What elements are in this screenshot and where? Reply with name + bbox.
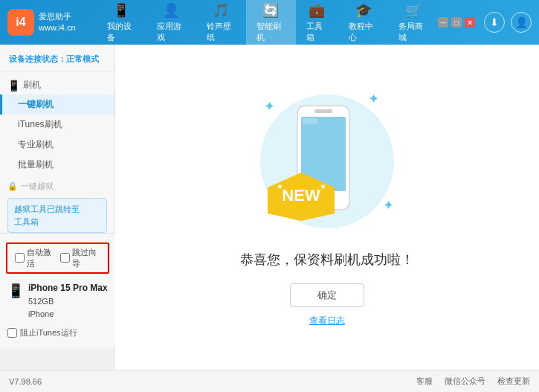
content-area: ✦ ✦ ✦ NEW ★ ★ 恭喜您，保资料刷机成功啦！ 确定 <box>115 45 539 370</box>
header-right: ─ □ ✕ ⬇ 👤 <box>438 12 532 33</box>
lock-icon: 🔒 <box>7 181 18 191</box>
app-logo: i4 <box>7 9 34 36</box>
svg-text:★: ★ <box>320 182 326 190</box>
device-icon: 📱 <box>113 2 129 19</box>
device-info: 📱 iPhone 15 Pro Max 512GB iPhone <box>0 277 115 324</box>
ringtone-icon: 🎵 <box>213 2 229 19</box>
flash-section-icon: 📱 <box>7 80 20 91</box>
main-container: 设备连接状态：正常模式 📱 刷机 一键刷机 iTunes刷机 专业刷机 批量刷机 <box>0 45 539 370</box>
sidebar-item-itunes-flash[interactable]: iTunes刷机 <box>0 115 114 135</box>
download-button[interactable]: ⬇ <box>484 12 505 33</box>
sidebar-item-pro-flash[interactable]: 专业刷机 <box>0 135 114 155</box>
win-controls: ─ □ ✕ <box>438 17 475 28</box>
logo-text: 爱思助手 www.i4.cn <box>39 11 76 34</box>
account-button[interactable]: 👤 <box>511 12 532 33</box>
view-log-link[interactable]: 查看日志 <box>309 315 345 327</box>
nav-smart-flash[interactable]: 🔄 智能刷机 <box>246 0 296 48</box>
success-message: 恭喜您，保资料刷机成功啦！ <box>240 251 414 269</box>
device-name: iPhone 15 Pro Max <box>28 281 108 295</box>
stop-itunes-input[interactable] <box>7 328 17 338</box>
minimize-button[interactable]: ─ <box>438 17 448 28</box>
apps-icon: 👤 <box>163 2 179 19</box>
confirm-button[interactable]: 确定 <box>290 283 364 307</box>
auto-activate-checkbox[interactable]: 自动激活 <box>15 247 56 269</box>
sparkle-icon-2: ✦ <box>368 91 379 107</box>
nav-ringtones[interactable]: 🎵 铃声壁纸 <box>196 0 246 48</box>
sparkle-icon-3: ✦ <box>383 197 394 213</box>
phone-illustration: ✦ ✦ ✦ NEW ★ ★ <box>253 87 401 236</box>
svg-text:★: ★ <box>277 182 283 190</box>
new-badge: NEW ★ ★ <box>268 173 335 221</box>
footer-wechat[interactable]: 微信公众号 <box>445 376 485 387</box>
jailbreak-disabled: 🔒 一键越狱 <box>0 178 114 195</box>
footer-check-update[interactable]: 检查更新 <box>497 376 530 387</box>
skip-guide-checkbox[interactable]: 跳过向导 <box>60 247 101 269</box>
connection-status: 设备连接状态：正常模式 <box>0 51 114 71</box>
flash-section-header: 📱 刷机 <box>0 76 114 94</box>
maximize-button[interactable]: □ <box>451 17 462 28</box>
auto-activate-input[interactable] <box>15 253 25 263</box>
nav-services[interactable]: 🛒 务局商城 <box>388 0 438 48</box>
svg-rect-4 <box>303 118 317 124</box>
device-type: iPhone <box>28 308 108 321</box>
nav-my-device[interactable]: 📱 我的设备 <box>97 0 146 48</box>
sparkle-icon-1: ✦ <box>264 98 275 115</box>
sidebar-item-batch-flash[interactable]: 批量刷机 <box>0 155 114 175</box>
close-button[interactable]: ✕ <box>465 17 475 28</box>
sidebar-item-one-key-flash[interactable]: 一键刷机 <box>0 94 114 115</box>
flash-section: 📱 刷机 一键刷机 iTunes刷机 专业刷机 批量刷机 <box>0 76 114 175</box>
services-icon: 🛒 <box>405 2 422 19</box>
app-footer: V7.98.66 客服 微信公众号 检查更新 <box>0 370 539 392</box>
nav-toolbox[interactable]: 💼 工具箱 <box>296 0 338 48</box>
toolbox-icon: 💼 <box>309 2 325 19</box>
flash-icon: 🔄 <box>262 2 279 19</box>
skip-guide-input[interactable] <box>60 253 70 263</box>
jailbreak-notice: 越狱工具已跳转至工具箱 <box>7 198 107 233</box>
app-header: i4 爱思助手 www.i4.cn 📱 我的设备 👤 应用游戏 🎵 铃声壁纸 🔄… <box>0 0 539 45</box>
nav-tutorials[interactable]: 🎓 教程中心 <box>338 0 388 48</box>
svg-rect-2 <box>314 109 332 113</box>
svg-text:NEW: NEW <box>282 186 320 205</box>
device-storage: 512GB <box>28 295 108 309</box>
sidebar-wrapper: 设备连接状态：正常模式 📱 刷机 一键刷机 iTunes刷机 专业刷机 批量刷机 <box>0 45 115 370</box>
footer-feedback[interactable]: 客服 <box>416 376 433 387</box>
device-phone-icon: 📱 <box>7 283 24 299</box>
nav-apps-games[interactable]: 👤 应用游戏 <box>146 0 196 48</box>
checkbox-row: 自动激活 跳过向导 <box>6 242 109 274</box>
stop-itunes-checkbox[interactable]: 阻止iTunes运行 <box>0 324 115 341</box>
footer-links: 客服 微信公众号 检查更新 <box>416 376 530 387</box>
logo-area: i4 爱思助手 www.i4.cn <box>7 9 97 36</box>
tutorial-icon: 🎓 <box>355 2 372 19</box>
footer-version: V7.98.66 <box>9 377 401 386</box>
main-nav: 📱 我的设备 👤 应用游戏 🎵 铃声壁纸 🔄 智能刷机 💼 工具箱 🎓 教程中心… <box>97 0 438 48</box>
sidebar-bottom: 自动激活 跳过向导 📱 iPhone 15 Pro Max 512GB iPho… <box>0 233 115 347</box>
